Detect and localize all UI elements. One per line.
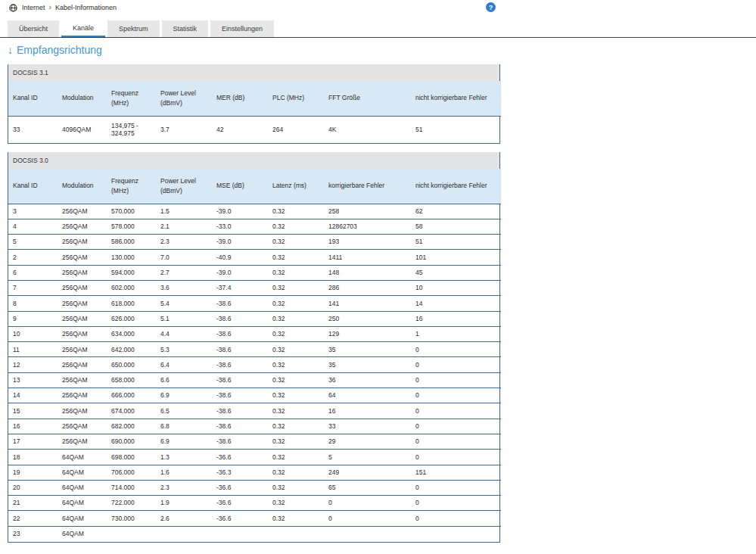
cell: 130.000	[107, 250, 156, 265]
cell: -36.3	[212, 465, 268, 480]
cell: 4.4	[156, 326, 212, 341]
cell: 0.32	[268, 296, 324, 311]
cell: 17	[8, 434, 58, 449]
cell: 1.6	[156, 465, 212, 480]
cell: 256QAM	[58, 403, 107, 419]
cell: 65	[324, 480, 411, 495]
cell: 570.000	[107, 204, 156, 219]
cell: 19	[8, 465, 58, 480]
cell: 256QAM	[58, 235, 107, 250]
column-header: nicht korrigierbare Fehler	[411, 169, 501, 204]
cell: -38.6	[212, 372, 268, 387]
cell: 3	[8, 204, 58, 219]
cell: 1.5	[156, 204, 212, 219]
cell: 3.6	[156, 280, 212, 295]
cell: 16	[324, 403, 411, 419]
cell: 14	[411, 296, 501, 311]
cell	[411, 526, 501, 541]
cell: -39.0	[212, 235, 268, 250]
cell: 5.3	[156, 342, 212, 357]
table-section-title: DOCSIS 3.1	[8, 64, 499, 81]
cell: 586.000	[107, 235, 156, 250]
cell: -36.6	[212, 496, 268, 511]
cell: 682.000	[107, 419, 156, 434]
cell: 0	[411, 480, 501, 495]
cell: 2.3	[156, 480, 212, 495]
cell: -40.9	[212, 250, 268, 265]
header-row: Kanal IDModulationFrequenz (MHz)Power Le…	[8, 81, 501, 116]
cell: 13	[8, 372, 58, 387]
cell: -38.6	[212, 342, 268, 357]
cell: 134,975 - 324,975	[107, 116, 156, 143]
cell: 249	[324, 465, 411, 480]
table-row: 10256QAM634.0004.4-38.60.321291	[8, 326, 501, 341]
cell: 0.32	[268, 403, 324, 419]
tab-uebersicht[interactable]: Übersicht	[8, 20, 59, 37]
cell: -36.6	[212, 480, 268, 495]
cell: 141	[324, 296, 411, 311]
tab-kanaele[interactable]: Kanäle	[61, 20, 105, 37]
cell: 2.3	[156, 235, 212, 250]
tab-einstellungen[interactable]: Einstellungen	[210, 20, 274, 37]
cell: 0	[411, 388, 501, 403]
cell: 193	[324, 235, 411, 250]
downstream-arrow-icon: ↓	[8, 44, 13, 56]
table-row: 16256QAM682.0006.8-38.60.32330	[8, 419, 501, 434]
cell: 12862703	[324, 219, 411, 234]
cell: 1	[411, 326, 501, 341]
cell: 1.9	[156, 496, 212, 511]
cell: 0.32	[268, 511, 324, 526]
table-row: 6256QAM594.0002.7-39.00.3214845	[8, 265, 501, 280]
cell: 10	[8, 326, 58, 341]
table-row: 3256QAM570.0001.5-39.00.3225862	[8, 204, 501, 219]
cell: -38.6	[212, 296, 268, 311]
column-header: MER (dB)	[212, 81, 268, 116]
cell: 650.000	[107, 357, 156, 372]
table-row: 14256QAM666.0006.9-38.60.32640	[8, 388, 501, 403]
cell: 6	[8, 265, 58, 280]
column-header: Frequenz (MHz)	[107, 169, 156, 204]
cell: 256QAM	[58, 388, 107, 403]
table-section-title: DOCSIS 3.0	[8, 152, 499, 169]
table-row: 15256QAM674.0006.5-38.60.32160	[8, 403, 501, 419]
cell: 45	[411, 265, 501, 280]
cell: 16	[8, 419, 58, 434]
tab-spektrum[interactable]: Spektrum	[107, 20, 160, 37]
breadcrumb-internet[interactable]: Internet	[22, 4, 45, 11]
cell: 6.8	[156, 419, 212, 434]
cell: 7	[8, 280, 58, 295]
table-row: 334096QAM134,975 - 324,9753.7422644K51	[8, 116, 501, 143]
cell: -36.6	[212, 450, 268, 465]
cell: 6.4	[156, 357, 212, 372]
cell: -38.6	[212, 388, 268, 403]
table-row: 2364QAM	[8, 526, 501, 541]
globe-icon	[9, 4, 17, 12]
cell: 2.7	[156, 265, 212, 280]
cell: 33	[324, 419, 411, 434]
cell	[324, 526, 411, 541]
table-row: 17256QAM690.0006.9-38.60.32290	[8, 434, 501, 449]
table-row: 12256QAM650.0006.4-38.60.32350	[8, 357, 501, 372]
cell: 0.32	[268, 326, 324, 341]
cell: 578.000	[107, 219, 156, 234]
tab-statistik[interactable]: Statistik	[162, 20, 209, 37]
cell: 0.32	[268, 465, 324, 480]
cell: -38.6	[212, 357, 268, 372]
table-row: 8256QAM618.0005.4-38.60.3214114	[8, 296, 501, 311]
tab-bar: Übersicht Kanäle Spektrum Statistik Eins…	[0, 20, 756, 38]
column-header: Kanal ID	[8, 81, 58, 116]
cell: 256QAM	[58, 296, 107, 311]
cell: 5	[8, 235, 58, 250]
cell: 2.6	[156, 511, 212, 526]
cell: 658.000	[107, 372, 156, 387]
cell: 0.32	[268, 357, 324, 372]
cell: 2	[8, 250, 58, 265]
cell: 256QAM	[58, 204, 107, 219]
cell: 0	[411, 372, 501, 387]
cell: 151	[411, 465, 501, 480]
cell: 594.000	[107, 265, 156, 280]
help-button[interactable]: ?	[486, 2, 496, 12]
cell: 16	[411, 311, 501, 326]
cell: 0	[411, 403, 501, 419]
cell: 0.32	[268, 388, 324, 403]
